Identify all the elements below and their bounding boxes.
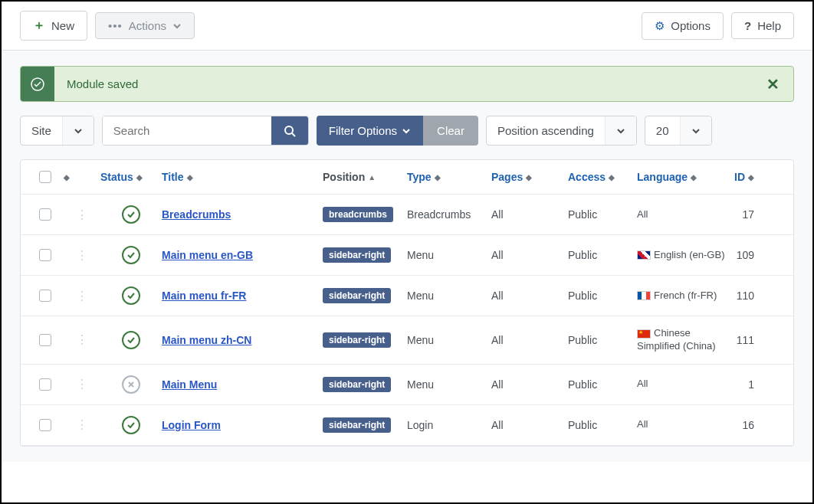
drag-handle-icon[interactable]: ⋮ [64,377,100,391]
language-cell: French (fr-FR) [637,290,725,303]
help-label: Help [757,19,781,32]
column-language[interactable]: Language◆ [637,171,725,183]
sort-select[interactable]: Position ascending [486,116,637,146]
alert-close-button[interactable]: ✕ [753,75,793,93]
search-field [102,116,309,146]
sort-icon: ◆ [136,173,143,182]
row-checkbox[interactable] [39,290,51,302]
filter-options-button[interactable]: Filter Options [317,116,423,146]
position-badge: sidebar-right [323,332,391,348]
table-row: ⋮BreadcrumbsbreadcrumbsBreadcrumbsAllPub… [21,195,793,235]
status-toggle[interactable] [122,246,140,264]
sort-asc-icon: ▲ [368,173,376,182]
check-circle-icon [21,67,54,101]
toolbar: ＋ New ••• Actions ⚙ Options ? Help [2,2,812,51]
status-toggle[interactable] [122,205,140,224]
row-checkbox[interactable] [39,334,51,346]
pages-cell: All [491,419,568,431]
status-toggle[interactable] [122,416,140,434]
column-pages[interactable]: Pages◆ [491,171,568,183]
type-cell: Menu [407,334,491,346]
column-status[interactable]: Status◆ [100,171,162,183]
drag-handle-icon[interactable]: ⋮ [64,332,100,347]
language-cell: All [637,378,725,391]
access-cell: Public [568,249,637,261]
drag-handle-icon[interactable]: ⋮ [64,417,100,432]
position-badge: sidebar-right [323,417,391,433]
module-title-link[interactable]: Main menu zh-CN [162,334,251,346]
flag-fr-icon [637,291,651,300]
table-row: ⋮Main menu fr-FRsidebar-rightMenuAllPubl… [21,276,793,316]
drag-handle-icon[interactable]: ⋮ [64,208,100,222]
status-toggle[interactable] [122,331,140,349]
clear-button[interactable]: Clear [423,116,478,146]
column-type[interactable]: Type◆ [407,171,491,183]
chevron-down-icon [605,116,636,145]
language-cell: All [637,418,725,431]
module-title-link[interactable]: Login Form [162,419,221,431]
status-toggle[interactable] [122,375,140,394]
sort-icon: ◆ [187,173,193,182]
status-toggle[interactable] [122,286,140,305]
site-select-label: Site [21,116,62,145]
module-title-link[interactable]: Main menu en-GB [162,249,253,261]
type-cell: Breadcrumbs [407,208,491,221]
column-title[interactable]: Title◆ [162,171,323,183]
column-position[interactable]: Position▲ [323,171,407,183]
access-cell: Public [568,419,637,431]
actions-label: Actions [129,19,166,32]
position-badge: sidebar-right [323,288,391,303]
select-all-checkbox[interactable] [39,171,51,183]
row-checkbox[interactable] [39,249,51,261]
row-checkbox[interactable] [39,378,51,391]
sort-icon: ◆ [691,173,697,182]
sort-icon: ◆ [748,173,754,182]
table-row: ⋮Main menu zh-CNsidebar-rightMenuAllPubl… [21,316,793,365]
ellipsis-icon: ••• [108,19,123,32]
pages-cell: All [491,334,568,346]
column-ordering[interactable]: ◆ [64,173,100,182]
actions-button[interactable]: ••• Actions [95,12,195,39]
flag-cn-icon [637,329,651,339]
limit-select[interactable]: 20 [645,116,712,146]
pages-cell: All [491,208,568,221]
drag-handle-icon[interactable]: ⋮ [64,248,100,263]
svg-point-1 [285,126,293,134]
type-cell: Menu [407,249,491,261]
access-cell: Public [568,208,637,221]
help-button[interactable]: ? Help [731,12,794,39]
search-input[interactable] [103,116,271,145]
drag-handle-icon[interactable]: ⋮ [64,289,100,303]
module-title-link[interactable]: Main menu fr-FR [162,290,246,302]
module-title-link[interactable]: Main Menu [162,378,217,391]
row-checkbox[interactable] [39,208,51,221]
column-id[interactable]: ID◆ [725,171,763,183]
id-cell: 17 [725,208,763,221]
site-select[interactable]: Site [20,116,94,146]
flag-gb-icon [637,250,651,260]
pages-cell: All [491,249,568,261]
sort-icon: ◆ [609,173,615,182]
row-checkbox[interactable] [39,419,51,431]
column-access[interactable]: Access◆ [568,171,637,183]
gear-icon: ⚙ [655,19,665,33]
module-title-link[interactable]: Breadcrumbs [162,208,231,221]
id-cell: 111 [725,334,763,346]
sort-icon: ◆ [64,173,70,182]
language-cell: Chinese Simplified (China) [637,327,725,353]
search-button[interactable] [271,116,308,145]
access-cell: Public [568,378,637,391]
table-row: ⋮Login Formsidebar-rightLoginAllPublicAl… [21,405,793,446]
type-cell: Login [407,419,491,431]
table-row: ⋮Main Menusidebar-rightMenuAllPublicAll1 [21,365,793,405]
language-cell: English (en-GB) [637,249,725,262]
type-cell: Menu [407,378,491,391]
sort-icon: ◆ [526,173,532,182]
table-header-row: ◆ Status◆ Title◆ Position▲ Type◆ Pages◆ … [21,160,793,195]
new-button[interactable]: ＋ New [20,11,87,41]
options-button[interactable]: ⚙ Options [642,12,724,40]
access-cell: Public [568,290,637,302]
modules-table: ◆ Status◆ Title◆ Position▲ Type◆ Pages◆ … [20,159,794,447]
limit-label: 20 [645,116,680,145]
type-cell: Menu [407,290,491,302]
